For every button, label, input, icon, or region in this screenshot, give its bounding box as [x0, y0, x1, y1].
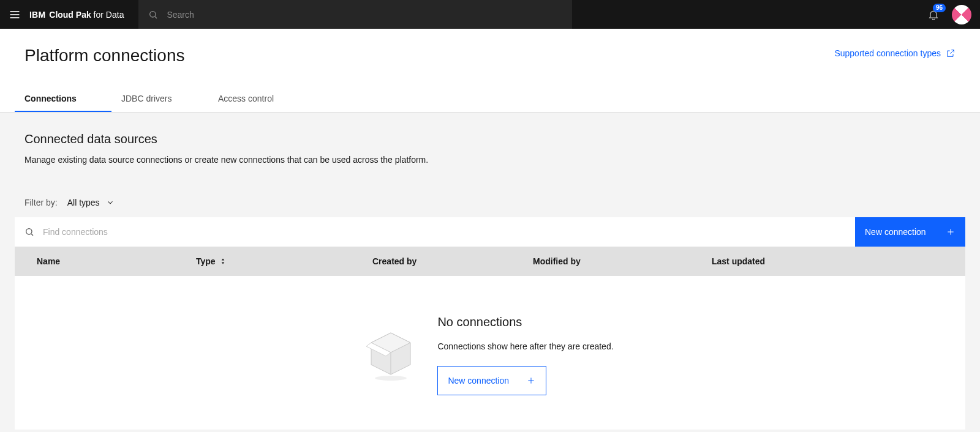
empty-state: No connections Connections show here aft… [15, 276, 965, 430]
global-search[interactable] [138, 0, 572, 29]
new-connection-label: New connection [865, 227, 926, 237]
brand: IBM Cloud Pak for Data [29, 10, 138, 20]
svg-marker-11 [221, 263, 224, 264]
svg-marker-10 [221, 259, 224, 261]
search-icon [148, 10, 158, 20]
plus-icon [526, 376, 536, 385]
avatar[interactable] [952, 5, 971, 24]
section-title: Connected data sources [24, 132, 956, 146]
svg-point-16 [375, 376, 407, 381]
brand-company: IBM [29, 10, 45, 20]
tabs: Connections JDBC drivers Access control [0, 86, 980, 113]
empty-text: No connections Connections show here aft… [437, 315, 613, 395]
box-icon [366, 329, 415, 382]
tab-jdbc-drivers[interactable]: JDBC drivers [111, 86, 208, 112]
tab-connections[interactable]: Connections [15, 86, 111, 112]
column-type-label: Type [196, 256, 216, 266]
table-search[interactable] [24, 217, 855, 247]
svg-point-6 [26, 229, 32, 234]
content: Connected data sources Manage existing d… [0, 113, 980, 432]
sort-icon [219, 258, 227, 265]
table-header: Name Type Created by Modified by Last up… [15, 247, 965, 276]
topbar-right: 96 [919, 0, 980, 29]
filter-row: Filter by: All types [24, 194, 956, 211]
svg-point-3 [150, 11, 156, 17]
filter-selected-value: All types [67, 198, 100, 207]
global-search-input[interactable] [165, 9, 562, 20]
svg-line-5 [950, 50, 954, 54]
filter-label: Filter by: [24, 198, 58, 207]
column-type[interactable]: Type [196, 256, 372, 266]
tab-access-control[interactable]: Access control [208, 86, 305, 112]
hamburger-icon [9, 9, 21, 21]
top-bar: IBM Cloud Pak for Data 96 [0, 0, 980, 29]
column-modified-by[interactable]: Modified by [533, 256, 712, 266]
svg-line-4 [155, 17, 157, 18]
empty-illustration [366, 329, 415, 382]
filter-type-select[interactable]: All types [65, 194, 117, 211]
notification-badge: 96 [933, 4, 946, 12]
new-connection-button[interactable]: New connection [855, 217, 965, 247]
column-created-by[interactable]: Created by [372, 256, 533, 266]
empty-new-connection-label: New connection [448, 376, 509, 385]
table-toolbar: New connection [15, 217, 965, 247]
empty-description: Connections show here after they are cre… [437, 341, 613, 351]
empty-new-connection-button[interactable]: New connection [437, 366, 546, 395]
supported-connection-types-link[interactable]: Supported connection types [834, 48, 956, 58]
column-last-updated[interactable]: Last updated [712, 256, 951, 266]
table-search-input[interactable] [42, 226, 855, 237]
external-link-icon [946, 48, 956, 58]
brand-product: Cloud Pak for Data [49, 10, 124, 20]
search-icon [24, 227, 34, 237]
svg-line-7 [31, 234, 33, 236]
plus-icon [946, 227, 956, 237]
page-header: Platform connections Supported connectio… [0, 29, 980, 65]
notifications-button[interactable]: 96 [919, 0, 948, 29]
chevron-down-icon [106, 198, 115, 207]
menu-button[interactable] [0, 0, 29, 29]
section-description: Manage existing data source connections … [24, 155, 956, 165]
column-name[interactable]: Name [37, 256, 196, 266]
empty-title: No connections [437, 315, 522, 329]
supported-connection-types-label: Supported connection types [834, 48, 941, 58]
page-title: Platform connections [24, 46, 184, 65]
